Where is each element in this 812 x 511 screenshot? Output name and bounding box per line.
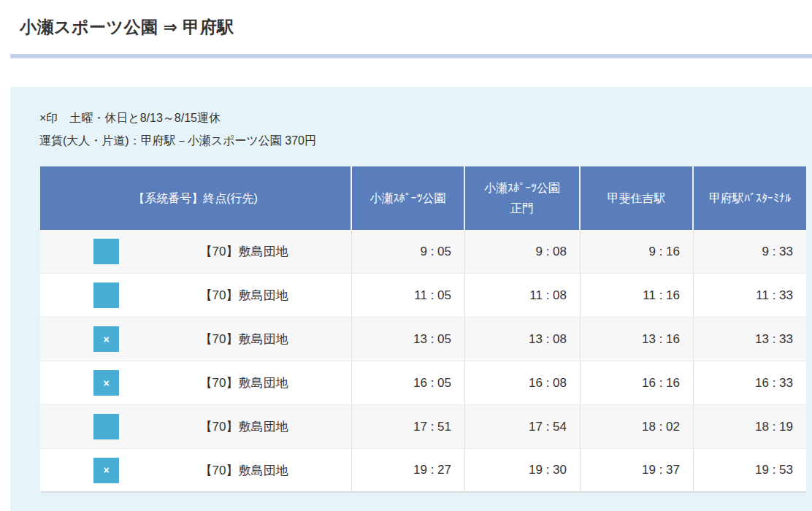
route-cell: × 【70】敷島団地 [40, 449, 352, 493]
route-inner: 【70】敷島団地 [40, 239, 351, 264]
route-inner: × 【70】敷島団地 [40, 326, 351, 352]
timetable-row: 【70】敷島団地 9 : 05 9 : 08 9 : 16 9 : 33 [40, 230, 806, 274]
col-header-kose-sports-park-main-gate: 小瀬ｽﾎﾟｰﾂ公園 正門 [465, 166, 581, 230]
time-cell: 9 : 05 [352, 230, 465, 274]
time-cell: 11 : 05 [352, 274, 465, 318]
col-header-route: 【系統番号】終点(行先) [40, 166, 352, 230]
time-cell: 13 : 08 [465, 318, 581, 361]
service-mark-square: × [93, 370, 119, 396]
time-cell: 13 : 05 [352, 318, 465, 361]
route-destination: 【70】敷島団地 [119, 374, 351, 391]
service-mark-square: × [93, 458, 119, 483]
time-cell: 11 : 33 [694, 274, 806, 318]
timetable-header-row: 【系統番号】終点(行先) 小瀬ｽﾎﾟｰﾂ公園 小瀬ｽﾎﾟｰﾂ公園 正門 甲斐住吉… [40, 166, 806, 230]
route-destination: 【70】敷島団地 [119, 418, 351, 435]
timetable-header: 【系統番号】終点(行先) 小瀬ｽﾎﾟｰﾂ公園 小瀬ｽﾎﾟｰﾂ公園 正門 甲斐住吉… [40, 166, 806, 230]
time-cell: 19 : 37 [581, 449, 694, 493]
time-cell: 13 : 33 [694, 318, 806, 361]
route-destination: 【70】敷島団地 [119, 287, 351, 304]
route-cell: × 【70】敷島団地 [40, 361, 352, 405]
page: 小瀬スポーツ公園 ⇒ 甲府駅 ×印 土曜・休日と8/13～8/15運休 運賃(大… [0, 0, 812, 511]
note-holiday-suspension: ×印 土曜・休日と8/13～8/15運休 [39, 107, 812, 129]
route-cell: 【70】敷島団地 [40, 230, 352, 274]
route-cell: × 【70】敷島団地 [40, 318, 352, 361]
time-cell: 16 : 08 [465, 361, 581, 405]
timetable-body: 【70】敷島団地 9 : 05 9 : 08 9 : 16 9 : 33 【70… [40, 230, 806, 493]
route-inner: × 【70】敷島団地 [40, 370, 351, 396]
time-cell: 17 : 51 [352, 405, 465, 449]
col-header-kose-sports-park: 小瀬ｽﾎﾟｰﾂ公園 [352, 166, 465, 230]
service-mark-square: × [93, 326, 119, 352]
route-inner: 【70】敷島団地 [40, 414, 351, 439]
time-cell: 19 : 30 [465, 449, 581, 493]
time-cell: 17 : 54 [465, 405, 581, 449]
page-title: 小瀬スポーツ公園 ⇒ 甲府駅 [20, 16, 234, 39]
time-cell: 9 : 08 [465, 230, 581, 274]
time-cell: 18 : 02 [581, 405, 694, 449]
time-cell: 11 : 16 [581, 274, 694, 318]
time-cell: 16 : 16 [581, 361, 694, 405]
note-fare: 運賃(大人・片道)：甲府駅－小瀬スポーツ公園 370円 [39, 129, 812, 152]
col-header-kaisumiyoshi-station: 甲斐住吉駅 [581, 166, 694, 230]
col-header-kofu-station-bus-terminal: 甲府駅ﾊﾞｽﾀｰﾐﾅﾙ [694, 166, 806, 230]
timetable-notes: ×印 土曜・休日と8/13～8/15運休 運賃(大人・片道)：甲府駅－小瀬スポー… [39, 107, 812, 152]
time-cell: 16 : 33 [694, 361, 806, 405]
route-inner: × 【70】敷島団地 [40, 458, 351, 483]
timetable-row: × 【70】敷島団地 19 : 27 19 : 30 19 : 37 19 : … [40, 449, 806, 493]
route-destination: 【70】敷島団地 [119, 243, 351, 260]
timetable-row: × 【70】敷島団地 16 : 05 16 : 08 16 : 16 16 : … [40, 361, 806, 405]
time-cell: 13 : 16 [581, 318, 694, 361]
route-cell: 【70】敷島団地 [40, 405, 352, 449]
time-cell: 9 : 16 [581, 230, 694, 274]
route-cell: 【70】敷島団地 [40, 274, 352, 318]
route-destination: 【70】敷島団地 [119, 462, 351, 479]
title-underline-bar [10, 54, 812, 58]
time-cell: 19 : 53 [694, 449, 806, 493]
route-inner: 【70】敷島団地 [40, 283, 351, 308]
time-cell: 18 : 19 [694, 405, 806, 449]
timetable-panel: ×印 土曜・休日と8/13～8/15運休 運賃(大人・片道)：甲府駅－小瀬スポー… [10, 87, 812, 511]
timetable-row: 【70】敷島団地 17 : 51 17 : 54 18 : 02 18 : 19 [40, 405, 806, 449]
service-mark-square [93, 283, 119, 308]
service-mark-square [93, 414, 119, 439]
time-cell: 9 : 33 [694, 230, 806, 274]
timetable-row: × 【70】敷島団地 13 : 05 13 : 08 13 : 16 13 : … [40, 318, 806, 361]
time-cell: 19 : 27 [352, 449, 465, 493]
time-cell: 16 : 05 [352, 361, 465, 405]
timetable: 【系統番号】終点(行先) 小瀬ｽﾎﾟｰﾂ公園 小瀬ｽﾎﾟｰﾂ公園 正門 甲斐住吉… [40, 166, 806, 493]
service-mark-square [93, 239, 119, 264]
route-destination: 【70】敷島団地 [119, 331, 351, 347]
timetable-row: 【70】敷島団地 11 : 05 11 : 08 11 : 16 11 : 33 [40, 274, 806, 318]
time-cell: 11 : 08 [465, 274, 581, 318]
